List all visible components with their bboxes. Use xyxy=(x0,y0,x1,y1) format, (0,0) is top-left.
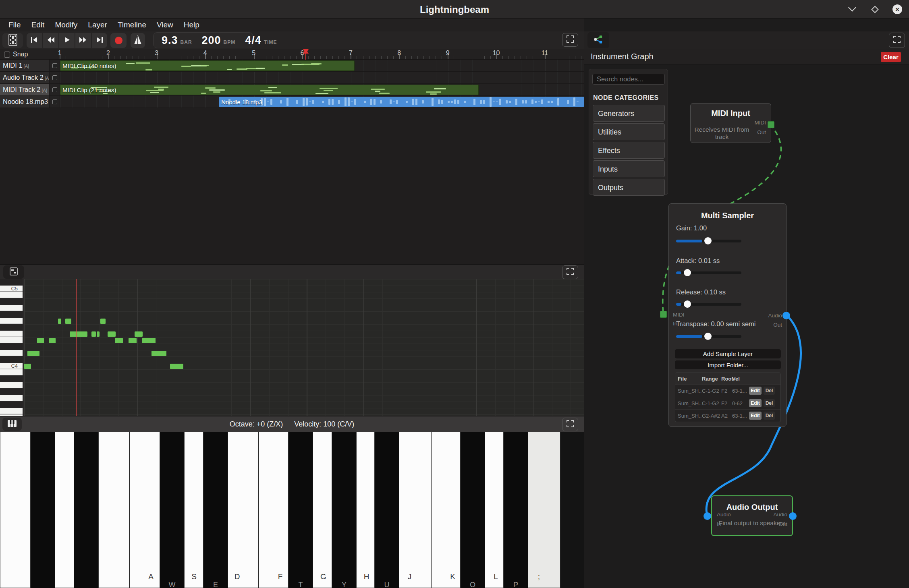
track-lane[interactable]: MIDI Clip (40 notes) xyxy=(60,60,584,71)
audio-clip[interactable]: Noodle 18.mp3 xyxy=(219,97,584,107)
piano-roll-white-key[interactable] xyxy=(0,369,23,375)
piano-roll-black-key[interactable] xyxy=(0,356,23,363)
audio-output-node[interactable]: Audio Output Final output to speakers Au… xyxy=(711,495,793,536)
menu-layer[interactable]: Layer xyxy=(83,19,112,31)
category-outputs[interactable]: Outputs xyxy=(593,179,665,196)
piano-roll-white-key[interactable] xyxy=(0,305,23,311)
midi-note[interactable] xyxy=(70,331,87,337)
midi-note[interactable] xyxy=(115,338,123,343)
add-sample-layer-button[interactable]: Add Sample Layer xyxy=(675,349,781,358)
category-effects[interactable]: Effects xyxy=(593,142,665,159)
piano-roll-black-key[interactable] xyxy=(0,311,23,318)
attack-slider[interactable] xyxy=(676,271,741,274)
clear-button[interactable]: Clear xyxy=(881,52,901,62)
track-checkbox[interactable] xyxy=(52,99,57,104)
midi-note[interactable] xyxy=(58,319,61,324)
midi-out-port[interactable] xyxy=(768,121,774,128)
piano-roll-white-key[interactable]: C4 xyxy=(0,363,23,369)
piano-roll-white-key[interactable] xyxy=(0,318,23,324)
track-lane[interactable]: MIDI Clip (21 notes) xyxy=(60,84,584,95)
black-key-e[interactable]: E xyxy=(203,432,228,588)
piano-roll-grid[interactable] xyxy=(24,279,584,416)
audio-out-port[interactable] xyxy=(789,512,797,520)
audio-out-port[interactable] xyxy=(782,312,790,319)
midi-note[interactable] xyxy=(27,351,39,356)
multi-sampler-node[interactable]: Multi Sampler MIDI In Audio Out Add Samp… xyxy=(668,203,787,427)
maximize-button[interactable] xyxy=(869,3,881,15)
ruler-lane[interactable]: 1234567891011 xyxy=(60,49,584,59)
menu-file[interactable]: File xyxy=(3,19,26,31)
category-generators[interactable]: Generators xyxy=(593,105,665,122)
audio-in-port[interactable] xyxy=(704,512,711,520)
piano-roll-black-key[interactable] xyxy=(0,402,23,408)
menu-help[interactable]: Help xyxy=(178,19,205,31)
del-button[interactable]: Del xyxy=(764,387,775,395)
graph-expand-button[interactable] xyxy=(889,33,905,48)
piano-roll-black-key[interactable] xyxy=(0,324,23,331)
piano-roll-white-key[interactable] xyxy=(0,395,23,401)
fast-forward-button[interactable] xyxy=(75,33,91,48)
midi-note[interactable] xyxy=(37,338,44,343)
black-key[interactable] xyxy=(74,432,99,588)
rewind-button[interactable] xyxy=(43,33,58,48)
del-button[interactable]: Del xyxy=(764,412,775,420)
graph-view-button[interactable] xyxy=(587,32,609,48)
piano-roll-black-key[interactable] xyxy=(0,344,23,350)
black-key-u[interactable]: U xyxy=(374,432,399,588)
piano-roll-expand-button[interactable] xyxy=(562,265,578,279)
piano-roll-white-key[interactable] xyxy=(0,408,23,414)
menu-modify[interactable]: Modify xyxy=(50,19,83,31)
metronome-button[interactable] xyxy=(131,33,145,48)
midi-note[interactable] xyxy=(129,338,137,343)
timeline-playhead[interactable] xyxy=(305,49,306,60)
black-key-y[interactable]: Y xyxy=(332,432,357,588)
track-checkbox[interactable] xyxy=(52,63,57,68)
track-header[interactable]: MIDI Track 2[A] xyxy=(0,84,49,95)
midi-note[interactable] xyxy=(97,331,100,337)
track-header[interactable]: Noodle 18.mp3[A] xyxy=(0,96,49,108)
close-button[interactable]: × xyxy=(891,3,903,15)
category-inputs[interactable]: Inputs xyxy=(593,160,665,177)
track-lane[interactable]: Noodle 18.mp3 xyxy=(60,96,584,108)
track-checkbox[interactable] xyxy=(52,87,57,92)
midi-note[interactable] xyxy=(108,331,116,337)
record-button[interactable] xyxy=(110,33,127,48)
keyboard-expand-button[interactable] xyxy=(562,418,578,431)
track-header[interactable]: MIDI 1[A] xyxy=(0,60,49,71)
midi-note[interactable] xyxy=(49,338,56,343)
black-key-w[interactable]: W xyxy=(160,432,185,588)
keyboard-view-button[interactable] xyxy=(2,418,22,431)
midi-note[interactable] xyxy=(24,364,31,369)
transpose-slider[interactable] xyxy=(676,335,741,338)
menu-edit[interactable]: Edit xyxy=(26,19,50,31)
midi-in-port[interactable] xyxy=(660,311,667,318)
edit-button[interactable]: Edit xyxy=(749,399,762,407)
black-key-o[interactable]: O xyxy=(460,432,485,588)
piano-roll-black-key[interactable] xyxy=(0,298,23,305)
black-key-p[interactable]: P xyxy=(503,432,528,588)
piano-roll-white-key[interactable] xyxy=(0,350,23,356)
skip-to-start-button[interactable] xyxy=(27,33,42,48)
skip-to-end-button[interactable] xyxy=(92,33,107,48)
midi-note[interactable] xyxy=(142,338,156,343)
gain-slider[interactable] xyxy=(676,240,741,242)
menu-timeline[interactable]: Timeline xyxy=(112,19,152,31)
snap-checkbox[interactable] xyxy=(4,52,10,58)
piano-roll-black-key[interactable] xyxy=(0,279,23,286)
piano-roll-white-key[interactable] xyxy=(0,292,23,298)
midi-note[interactable] xyxy=(170,364,183,369)
film-button[interactable] xyxy=(2,33,23,48)
search-input[interactable] xyxy=(592,74,665,85)
edit-button[interactable]: Edit xyxy=(749,387,762,395)
play-button[interactable] xyxy=(59,33,75,48)
black-key[interactable] xyxy=(30,432,55,588)
piano-roll-black-key[interactable] xyxy=(0,376,23,382)
timeline-empty-area[interactable] xyxy=(0,108,584,264)
midi-input-node[interactable]: MIDI Input Receives MIDI from track MIDI… xyxy=(690,103,771,143)
timeline-expand-button[interactable] xyxy=(562,33,578,47)
midi-note[interactable] xyxy=(91,331,96,337)
piano-roll-white-key[interactable] xyxy=(0,337,23,343)
release-slider[interactable] xyxy=(676,303,741,306)
piano-roll-white-key[interactable] xyxy=(0,331,23,337)
del-button[interactable]: Del xyxy=(764,399,775,407)
